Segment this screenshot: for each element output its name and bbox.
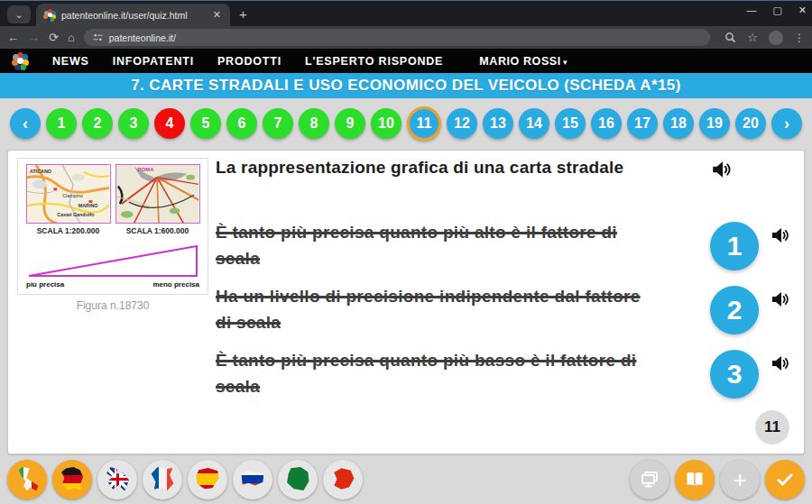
window-close-button[interactable]: ✕ [798,5,807,16]
triangle-left-label: più precisa [26,280,64,289]
window-maximize-button[interactable]: ▢ [772,5,781,16]
new-tab-button[interactable]: + [239,6,247,22]
add-button[interactable]: + [720,460,760,499]
question-2-button[interactable]: 2 [82,108,113,139]
profile-avatar[interactable] [769,31,783,45]
question-5-button[interactable]: 5 [190,108,221,139]
question-13-button[interactable]: 13 [483,108,513,139]
question-12-button[interactable]: 12 [447,108,477,139]
site-navbar: NEWS INFOPATENTI PRODOTTI L'ESPERTO RISP… [0,49,812,73]
flag-china-button[interactable] [323,460,363,499]
plus-icon: + [733,468,746,491]
tab-close-icon[interactable]: ✕ [211,9,223,21]
chapter-title: 7. CARTE STRADALI E USO ECONOMICO DEL VE… [0,73,812,98]
question-4-button[interactable]: 4 [154,108,185,139]
answer-row-2: Ha un livello di precisione indipendente… [216,283,797,339]
question-14-button[interactable]: 14 [519,108,549,139]
answer-1-audio-icon[interactable] [770,225,791,250]
bookmark-star-icon[interactable]: ☆ [747,32,758,43]
browser-toolbar: ← → ⟳ ⌂ patenteonline.it/ ☆ ⋮ [0,26,812,49]
next-question-button[interactable]: › [771,108,802,139]
prev-question-button[interactable]: ‹ [10,108,41,139]
flag-russia-button[interactable] [233,460,272,499]
map1-scale-label: SCALA 1:200.000 [37,226,100,235]
patenteonline-logo-icon[interactable] [11,52,29,70]
question-3-button[interactable]: 3 [118,108,149,139]
browser-menu-icon[interactable]: ⋮ [794,32,805,44]
question-20-button[interactable]: 20 [735,108,766,139]
figure-caption: Figura n.18730 [17,299,208,312]
question-1-button[interactable]: 1 [46,108,77,139]
answer-row-3: È tanto più precisa quanto più basso è i… [216,347,797,403]
theory-book-button[interactable] [675,460,715,499]
browser-window: ⌄ patenteonline.it/user/quiz.html ✕ + — … [0,0,812,504]
answer-list: È tanto più precisa quanto più alto è il… [216,219,797,403]
answer-3-button[interactable]: 3 [710,350,759,399]
answer-2-button[interactable]: 2 [710,286,759,334]
zoom-icon[interactable] [724,32,736,43]
back-button[interactable]: ← [7,32,19,43]
site-settings-icon[interactable] [93,32,103,42]
flag-saudi-button[interactable] [278,460,318,499]
question-15-button[interactable]: 15 [555,108,586,139]
nav-item-esperto-risponde[interactable]: L'ESPERTO RISPONDE [305,55,443,68]
checkmark-icon [774,469,796,490]
france-flag-icon [151,467,175,491]
flag-spain-button[interactable] [188,460,227,499]
question-audio-icon[interactable] [710,158,734,185]
question-16-button[interactable]: 16 [591,108,622,139]
reload-button[interactable]: ⟳ [49,32,59,43]
figure-card: ATICANO Ciampino MARINO Castel Gandolfo [17,158,208,295]
quiz-panel: ATICANO Ciampino MARINO Castel Gandolfo [7,150,805,454]
answer-2-text: Ha un livello di precisione indipendente… [216,283,647,336]
saudi-flag-icon [286,467,310,491]
question-18-button[interactable]: 18 [663,108,694,139]
question-area: La rappresentazione grafica di una carta… [216,158,797,403]
flag-germany-button[interactable] [52,460,92,499]
tab-search-button[interactable]: ⌄ [7,5,31,23]
screen-mode-button[interactable] [630,460,669,499]
flag-uk-button[interactable] [97,460,137,499]
question-10-button[interactable]: 10 [371,108,401,139]
italy-flag-icon [15,467,40,491]
user-name: MARIO ROSSI [479,55,561,68]
action-buttons: + [630,460,805,499]
nav-item-news[interactable]: NEWS [52,55,89,68]
answer-row-1: È tanto più precisa quanto più alto è il… [216,219,797,275]
url-bar[interactable]: patenteonline.it/ [84,29,711,46]
active-tab[interactable]: patenteonline.it/user/quiz.html ✕ [36,4,230,26]
confirm-button[interactable] [765,460,805,499]
svg-text:ATICANO: ATICANO [29,169,51,174]
question-text: La rappresentazione grafica di una carta… [216,158,623,178]
answer-2-audio-icon[interactable] [770,289,791,314]
map-scale-200000-image: ATICANO Ciampino MARINO Castel Gandolfo [26,164,111,224]
home-button[interactable]: ⌂ [68,32,75,43]
russia-flag-icon [241,467,265,491]
forward-button[interactable]: → [28,32,40,43]
flag-france-button[interactable] [143,460,182,499]
question-7-button[interactable]: 7 [263,108,293,139]
nav-item-infopatenti[interactable]: INFOPATENTI [113,55,194,68]
window-minimize-button[interactable]: — [746,5,756,16]
question-9-button[interactable]: 9 [335,108,365,139]
svg-text:MARINO: MARINO [78,203,97,208]
language-flags [7,460,363,499]
monitor-icon [639,469,660,490]
germany-flag-icon [60,467,85,491]
question-6-button[interactable]: 6 [226,108,257,139]
answer-3-audio-icon[interactable] [770,353,791,378]
flag-italy-button[interactable] [7,460,47,499]
question-19-button[interactable]: 19 [699,108,730,139]
question-figure: ATICANO Ciampino MARINO Castel Gandolfo [17,158,208,312]
spain-flag-icon [196,467,220,491]
user-menu[interactable]: MARIO ROSSI▾ [479,55,567,68]
question-8-button[interactable]: 8 [299,108,329,139]
triangle-right-label: meno precisa [152,280,199,289]
question-11-button[interactable]: 11 [407,106,441,141]
answer-3-text: È tanto più precisa quanto più basso è i… [216,347,647,400]
question-17-button[interactable]: 17 [627,108,658,139]
question-number-list: 1234567891011121314151617181920 [46,106,766,141]
question-nav: ‹ 1234567891011121314151617181920 › [0,98,812,148]
answer-1-button[interactable]: 1 [710,222,759,270]
nav-item-prodotti[interactable]: PRODOTTI [217,55,281,68]
